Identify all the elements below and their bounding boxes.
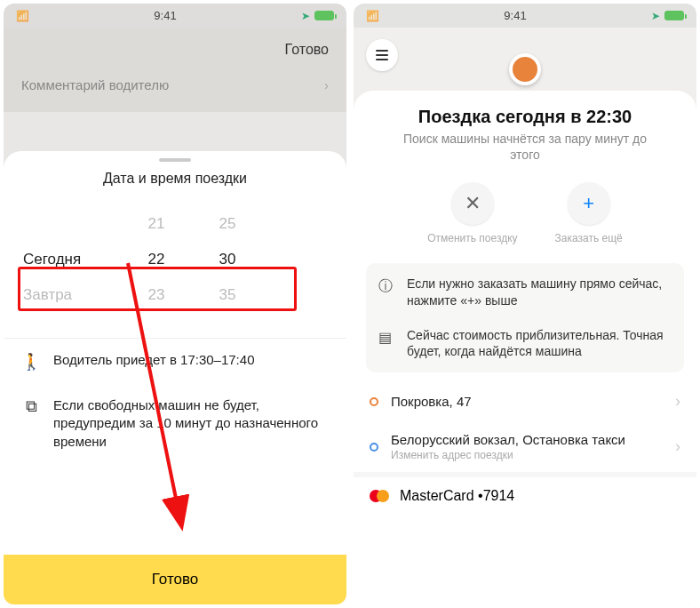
trip-sheet: Поездка сегодня в 22:30 Поиск машины нач… <box>354 91 696 604</box>
map-pin-icon <box>509 53 541 85</box>
status-bar: 📶 9:41 ➤ <box>354 4 696 28</box>
notice-box: ⓘ Если нужно заказать машину прямо сейча… <box>366 263 684 373</box>
picker-min-next[interactable]: 35 <box>192 286 263 304</box>
picker-hour-selected[interactable]: 22 <box>121 251 192 268</box>
picker-day-selected[interactable]: Сегодня <box>23 251 121 268</box>
walk-icon: 🚶 <box>21 352 41 372</box>
eta-row: 🚶 Водитель приедет в 17:30–17:40 <box>4 339 346 384</box>
route-from-row[interactable]: Покровка, 47 › <box>354 381 696 421</box>
datetime-picker[interactable]: 21 25 Сегодня 22 30 Завтра 23 35 <box>4 199 346 322</box>
notice-text-2: Сейчас стоимость приблизительная. Точная… <box>407 327 672 361</box>
chevron-right-icon: › <box>675 437 680 456</box>
phone-screen-left: 📶 9:41 ➤ Готово Комментарий водителю › Д… <box>4 4 346 604</box>
menu-button[interactable] <box>366 39 398 71</box>
picker-min-prev[interactable]: 25 <box>192 215 263 233</box>
cancel-label: Отменить поездку <box>427 232 517 244</box>
add-trip-button[interactable]: + Заказать ещё <box>555 182 623 244</box>
trip-title: Поездка сегодня в 22:30 <box>354 91 696 131</box>
battery-icon <box>314 11 334 20</box>
status-time: 9:41 <box>154 9 176 22</box>
location-icon: ➤ <box>651 10 660 22</box>
picker-hour-next[interactable]: 23 <box>121 286 192 304</box>
origin-dot-icon <box>370 397 378 406</box>
origin-label: Покровка, 47 <box>391 394 663 409</box>
notice-text-1: Если нужно заказать машину прямо сейчас,… <box>407 276 672 309</box>
warning-row: ⧉ Если свободных машин не будет, предупр… <box>4 384 346 463</box>
warning-text: Если свободных машин не будет, предупред… <box>53 396 329 451</box>
destination-label: Белорусский вокзал, Остановка такси <box>391 432 663 447</box>
done-button[interactable]: Готово <box>4 555 346 604</box>
mastercard-icon <box>370 490 389 502</box>
chevron-right-icon: › <box>324 77 329 92</box>
phone-screen-right: 📶 9:41 ➤ Поездка сегодня в 22:30 Поиск м… <box>354 4 696 604</box>
route-to-row[interactable]: Белорусский вокзал, Остановка такси Изме… <box>354 421 696 472</box>
picker-hour-prev[interactable]: 21 <box>121 215 192 233</box>
payment-row[interactable]: MasterCard •7914 <box>354 472 696 515</box>
eta-text: Водитель приедет в 17:30–17:40 <box>53 351 329 369</box>
signal-icon: 📶 <box>366 10 379 22</box>
comment-row[interactable]: Комментарий водителю › <box>4 65 346 105</box>
location-icon: ➤ <box>301 10 310 22</box>
status-time: 9:41 <box>504 9 526 22</box>
destination-sublabel: Изменить адрес поездки <box>391 449 663 461</box>
picker-min-selected[interactable]: 30 <box>192 251 263 268</box>
status-bar: 📶 9:41 ➤ <box>4 4 346 28</box>
done-link[interactable]: Готово <box>4 28 346 65</box>
info-icon: ⓘ <box>378 276 396 296</box>
sheet-title: Дата и время поездки <box>4 164 346 199</box>
trip-subtitle: Поиск машины начнётся за пару минут до э… <box>354 131 696 179</box>
comment-placeholder: Комментарий водителю <box>21 77 169 92</box>
plus-icon: + <box>568 182 610 225</box>
picker-day-next[interactable]: Завтра <box>23 286 121 304</box>
battery-icon <box>664 11 684 20</box>
dimmed-background: Готово Комментарий водителю › <box>4 28 346 112</box>
action-buttons: ✕ Отменить поездку + Заказать ещё <box>354 179 696 257</box>
close-icon: ✕ <box>451 182 494 225</box>
note-icon: ⧉ <box>21 397 41 416</box>
chevron-right-icon: › <box>675 392 680 411</box>
signal-icon: 📶 <box>16 10 29 22</box>
destination-dot-icon <box>370 443 378 452</box>
hamburger-icon <box>376 50 388 60</box>
receipt-icon: ▤ <box>378 328 396 348</box>
datetime-sheet: Дата и время поездки 21 25 Сегодня 22 30… <box>4 151 346 604</box>
add-label: Заказать ещё <box>555 232 623 244</box>
payment-label: MasterCard •7914 <box>400 488 514 504</box>
cancel-trip-button[interactable]: ✕ Отменить поездку <box>427 182 517 244</box>
drag-handle[interactable] <box>159 158 191 162</box>
